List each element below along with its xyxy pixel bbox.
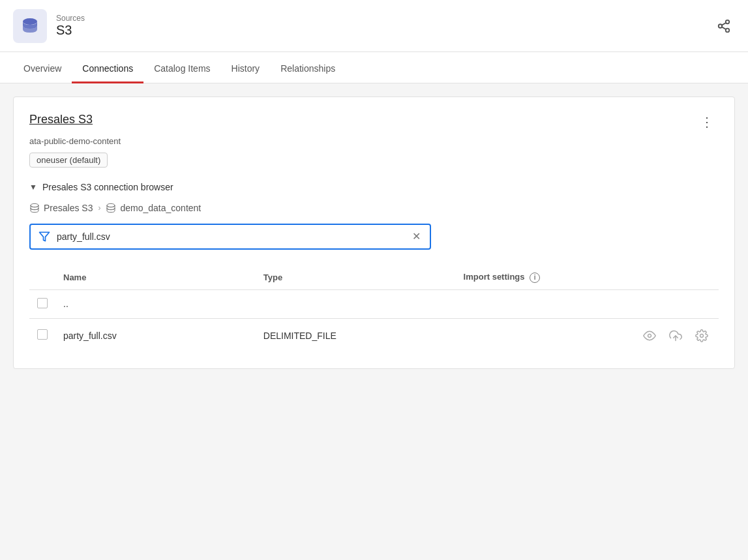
svg-point-11 xyxy=(700,334,704,337)
col-header-actions xyxy=(633,265,719,289)
row-type-parent xyxy=(256,289,456,318)
database-icon-2 xyxy=(106,203,116,213)
import-info-icon[interactable]: i xyxy=(530,273,540,283)
tab-history[interactable]: History xyxy=(221,55,271,83)
chevron-down-icon: ▼ xyxy=(29,183,37,192)
preview-button[interactable] xyxy=(640,327,659,345)
col-header-type: Type xyxy=(256,265,456,289)
col-header-import: Import settings i xyxy=(456,265,633,289)
browser-section: ▼ Presales S3 connection browser Presale… xyxy=(29,182,719,353)
connection-subtitle: ata-public-demo-content xyxy=(29,136,719,146)
path-label-presales: Presales S3 xyxy=(44,203,93,213)
page-title: S3 xyxy=(56,23,85,38)
col-header-name: Name xyxy=(55,265,256,289)
path-item-presales: Presales S3 xyxy=(29,203,93,213)
clear-filter-button[interactable]: ✕ xyxy=(411,230,422,243)
path-breadcrumb: Presales S3 › demo_data_content xyxy=(29,203,719,213)
svg-line-4 xyxy=(722,27,726,29)
breadcrumb: Sources xyxy=(56,14,85,23)
svg-point-0 xyxy=(23,18,37,25)
browser-label: Presales S3 connection browser xyxy=(42,182,173,192)
share-button[interactable] xyxy=(713,15,735,37)
row-actions-party xyxy=(633,318,719,353)
upload-button[interactable] xyxy=(666,327,685,345)
tab-connections[interactable]: Connections xyxy=(72,55,143,83)
row-name-party: party_full.csv xyxy=(55,318,256,353)
row-import-parent xyxy=(456,289,633,318)
table-row: .. xyxy=(29,289,719,318)
row-check-party xyxy=(29,318,55,353)
tab-relationships[interactable]: Relationships xyxy=(270,55,346,83)
table-header-row: Name Type Import settings i xyxy=(29,265,719,289)
main-content: Presales S3 ⋮ ata-public-demo-content on… xyxy=(0,83,748,560)
svg-line-5 xyxy=(722,22,726,25)
tab-catalog-items[interactable]: Catalog Items xyxy=(143,55,220,83)
row-actions-parent xyxy=(633,289,719,318)
connection-card: Presales S3 ⋮ ata-public-demo-content on… xyxy=(13,96,735,369)
row-actions-wrap xyxy=(640,327,711,345)
connection-title[interactable]: Presales S3 xyxy=(29,113,93,126)
path-label-demo: demo_data_content xyxy=(120,203,201,213)
more-options-button[interactable]: ⋮ xyxy=(695,113,719,131)
tabs-bar: Overview Connections Catalog Items Histo… xyxy=(0,52,748,83)
tab-overview[interactable]: Overview xyxy=(13,55,72,83)
path-item-demo: demo_data_content xyxy=(106,203,201,213)
app-header: Sources S3 xyxy=(0,0,748,52)
row-type-party: DELIMITED_FILE xyxy=(256,318,456,353)
checkbox-party[interactable] xyxy=(37,329,48,340)
app-icon xyxy=(13,9,47,43)
breadcrumb-block: Sources S3 xyxy=(56,14,85,38)
header-left: Sources S3 xyxy=(13,9,85,43)
filter-input-wrap: ✕ xyxy=(29,224,431,250)
col-header-check xyxy=(29,265,55,289)
path-separator: › xyxy=(98,203,100,213)
row-import-party xyxy=(456,318,633,353)
file-table: Name Type Import settings i xyxy=(29,265,719,353)
table-row: party_full.csv DELIMITED_FILE xyxy=(29,318,719,353)
browser-toggle[interactable]: ▼ Presales S3 connection browser xyxy=(29,182,719,192)
settings-button[interactable] xyxy=(693,327,711,345)
row-check-parent xyxy=(29,289,55,318)
svg-point-9 xyxy=(648,334,651,337)
card-header: Presales S3 ⋮ xyxy=(29,113,719,131)
svg-marker-8 xyxy=(40,233,50,242)
checkbox-parent[interactable] xyxy=(37,298,48,308)
row-name-parent: .. xyxy=(55,289,256,318)
filter-input[interactable] xyxy=(57,231,404,242)
database-icon xyxy=(29,203,40,213)
filter-icon xyxy=(38,231,50,243)
connection-badge: oneuser (default) xyxy=(29,153,108,168)
